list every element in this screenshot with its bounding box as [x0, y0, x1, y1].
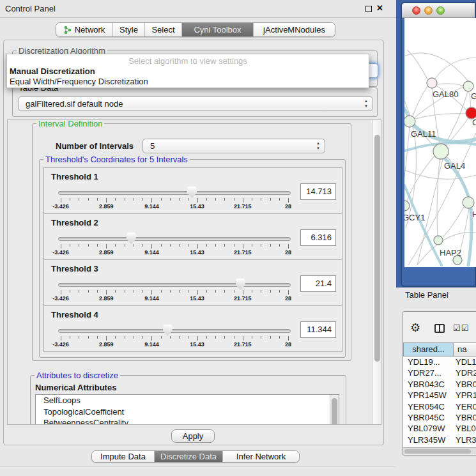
threshold-value-field[interactable]: 11.344 — [300, 321, 336, 338]
combobox-value: 5 — [150, 139, 155, 153]
numerical-attributes-list[interactable]: SelfLoopsTopologicalCoefficientBetweenne… — [35, 394, 339, 425]
float-window-icon[interactable] — [365, 6, 372, 12]
network-node-gal4[interactable] — [433, 144, 449, 159]
scrollbar-thumb[interactable] — [332, 398, 337, 425]
control-panel-titlebar: Control Panel ✕ — [0, 0, 396, 18]
table-row[interactable]: YPR145WYPR1 — [403, 390, 476, 401]
tab-label: Network — [75, 25, 105, 35]
table-data-combobox[interactable]: galFiltered.sif default node ▲▼ — [18, 96, 373, 111]
scrollbar-thumb[interactable] — [374, 135, 380, 362]
tick-mark — [279, 336, 280, 339]
tick-mark — [234, 244, 234, 247]
threshold-slider-handle[interactable] — [127, 233, 136, 244]
table-row[interactable]: YLR345WYLR3 — [403, 434, 476, 445]
tick-mark — [234, 336, 234, 339]
network-canvas[interactable]: GAL80GACGAL11GAL4GCY1HHAP2 — [404, 18, 476, 267]
tick-mark — [288, 336, 289, 341]
network-node-gal80[interactable] — [427, 78, 437, 88]
network-edge[interactable] — [437, 84, 463, 86]
network-edge[interactable] — [437, 159, 440, 236]
cell-name: YBR0 — [453, 413, 476, 422]
control-panel-title: Control Panel — [5, 4, 56, 13]
threshold-value-field[interactable]: 21.4 — [300, 275, 336, 292]
tab-discretize-data[interactable]: Discretize Data — [154, 451, 222, 462]
tab-style[interactable]: Style — [112, 23, 144, 36]
table-row[interactable]: YBR045CYBR0 — [403, 412, 476, 423]
apply-button[interactable]: Apply — [171, 429, 215, 443]
tick-mark — [61, 198, 61, 203]
network-node-ga[interactable] — [463, 81, 473, 91]
table-row[interactable]: YDR27...YDR2 — [403, 367, 476, 378]
network-edge[interactable] — [445, 91, 468, 145]
network-edge[interactable] — [443, 207, 464, 237]
gear-icon[interactable]: ⚙ — [410, 321, 420, 335]
tick-mark — [179, 290, 180, 293]
threshold-slider-handle[interactable] — [187, 187, 197, 198]
tick-mark — [197, 290, 198, 295]
tick-mark — [279, 290, 280, 293]
network-node[interactable] — [453, 256, 462, 265]
table-row[interactable]: YDL19...YDL1 — [403, 357, 476, 367]
tick-mark — [142, 198, 143, 201]
dropdown-option-equal-width-frequency[interactable]: Equal Width/Frequency Discretization — [10, 77, 148, 86]
threshold-value-field[interactable]: 14.713 — [300, 183, 336, 200]
attribute-item[interactable]: TopologicalCoefficient — [36, 406, 339, 418]
tab-infer-network[interactable]: Infer Network — [222, 451, 299, 462]
network-node-gal11[interactable] — [404, 116, 415, 127]
network-edge[interactable] — [413, 86, 427, 116]
network-node-hap2[interactable] — [434, 236, 443, 245]
tick-label: 28 — [285, 203, 291, 210]
dropdown-option-manual-discretization[interactable]: Manual Discretization — [10, 66, 95, 76]
scrollbar-thumb[interactable] — [404, 449, 471, 454]
mac-minimize-button[interactable] — [424, 6, 433, 15]
threshold-slider-track[interactable] — [58, 237, 291, 241]
network-edge-highlighted[interactable] — [468, 210, 472, 265]
threshold-slider-ticks: -3.4262.8599.14415.4321.71528 — [44, 198, 342, 212]
network-edge[interactable] — [417, 159, 443, 265]
tab-impute-data[interactable]: Impute Data — [92, 451, 154, 462]
attribute-item[interactable]: BetweennessCentrality — [36, 417, 339, 425]
tick-mark — [261, 244, 261, 247]
split-table-icon[interactable] — [434, 324, 445, 333]
mac-zoom-button[interactable] — [436, 6, 445, 15]
column-header-shared-name[interactable]: shared... — [403, 342, 454, 357]
tab-network[interactable]: Network — [56, 23, 112, 36]
close-icon[interactable]: ✕ — [376, 3, 383, 13]
column-header-name[interactable]: na — [453, 342, 476, 357]
table-horizontal-scrollbar[interactable] — [403, 447, 476, 454]
table-row[interactable]: YER054CYER0 — [403, 401, 476, 412]
threshold-slider-handle[interactable] — [236, 279, 245, 290]
threshold-slider-track[interactable] — [58, 329, 291, 333]
network-edge-highlighted[interactable] — [404, 185, 441, 265]
tick-mark — [79, 336, 79, 339]
tick-mark — [88, 198, 89, 201]
number-of-intervals-combobox[interactable]: 5 ▲▼ — [142, 139, 325, 153]
threshold-value-field[interactable]: 6.316 — [300, 229, 336, 246]
network-edge[interactable] — [407, 155, 435, 201]
table-row[interactable]: YBL079WYBL0 — [403, 423, 476, 434]
cyni-bottom-tabs: Impute Data Discretize Data Infer Networ… — [91, 450, 300, 463]
threshold-slider-handle[interactable] — [163, 325, 173, 336]
attribute-item[interactable]: SelfLoops — [36, 395, 339, 406]
tab-cyni-toolbox[interactable]: Cyni Toolbox — [181, 23, 253, 36]
tick-mark — [125, 290, 125, 293]
mac-close-button[interactable] — [412, 6, 420, 15]
network-node-gcy1[interactable] — [404, 201, 410, 211]
network-view-window[interactable]: GAL80GACGAL11GAL4GCY1HHAP2 — [401, 2, 476, 287]
network-edge[interactable] — [404, 127, 410, 178]
tab-jactivemnodules[interactable]: jActiveMNodules — [253, 23, 335, 36]
table-row[interactable]: YBR043CYBR0 — [403, 379, 476, 390]
table-body: YDL19...YDL1YDR27...YDR2YBR043CYBR0YPR14… — [403, 357, 476, 447]
tick-mark — [70, 198, 70, 201]
tick-label: -3.426 — [52, 341, 69, 348]
attributes-scrollbar[interactable] — [330, 395, 339, 425]
network-window-titlebar[interactable] — [402, 3, 475, 18]
tab-select[interactable]: Select — [144, 23, 181, 36]
settings-vertical-scrollbar[interactable] — [372, 120, 381, 425]
select-columns-checkboxes-icon[interactable]: ☑☑ — [453, 323, 469, 333]
tick-mark — [79, 290, 79, 293]
threshold-slider-track[interactable] — [58, 191, 291, 195]
network-node-h[interactable] — [463, 197, 474, 208]
group-label: Threshold's Coordinates for 5 Intervals — [43, 155, 190, 164]
threshold-slider-track[interactable] — [58, 283, 291, 287]
